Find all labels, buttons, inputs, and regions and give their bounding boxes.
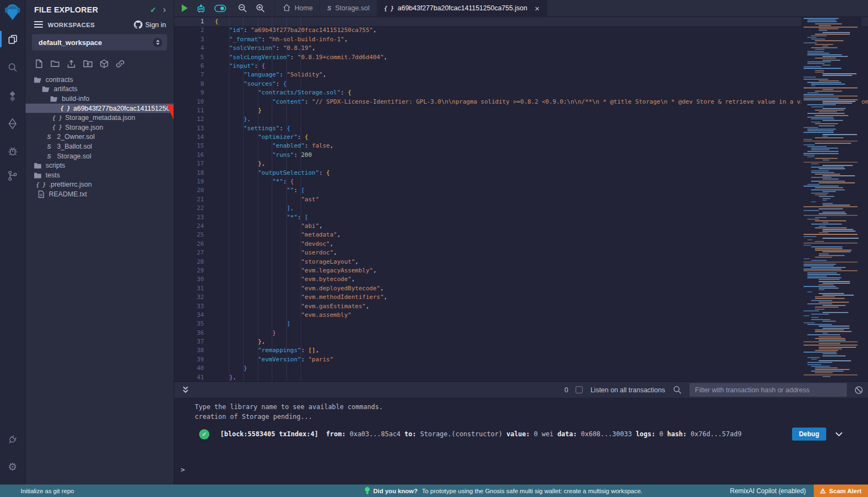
- tree-item-label: a69b43f277ba20fcac141151250ca7...: [73, 105, 174, 112]
- minimap-line: [819, 281, 850, 282]
- listen-all-transactions-checkbox[interactable]: [576, 386, 583, 393]
- line-number: 6: [174, 62, 204, 71]
- upload-file-icon[interactable]: [67, 60, 76, 68]
- new-folder-icon[interactable]: [50, 60, 60, 68]
- minimap-line: [819, 326, 850, 327]
- terminal-header: 0 Listen on all transactions: [174, 381, 868, 398]
- sidebar-item-settings[interactable]: ⚙: [0, 457, 25, 476]
- editor-tab[interactable]: Home: [275, 0, 320, 16]
- zoom-in-icon[interactable]: [256, 3, 265, 13]
- link-icon[interactable]: [116, 59, 125, 68]
- minimap-line: [811, 106, 824, 107]
- code-line: 29 "evm.legacyAssembly",: [174, 266, 868, 275]
- minimap-line: [811, 85, 815, 86]
- minimap-line: [807, 21, 837, 22]
- terminal[interactable]: Type the library name to see available c…: [174, 398, 868, 485]
- minimap-line: [807, 61, 831, 62]
- remix-logo[interactable]: [4, 3, 21, 23]
- terminal-log: Type the library name to see available c…: [195, 403, 383, 422]
- clear-filter-ban-icon[interactable]: [854, 386, 863, 394]
- minimap-line: [815, 158, 838, 159]
- cube-icon[interactable]: [100, 59, 108, 68]
- hamburger-menu-icon[interactable]: [34, 21, 43, 28]
- tree-item[interactable]: artifacts: [25, 85, 174, 94]
- editor-area: HomeSStorage.sol{ }a69b43f277ba20fcac141…: [174, 0, 868, 485]
- minimap[interactable]: [801, 16, 861, 381]
- debug-button[interactable]: Debug: [792, 428, 826, 441]
- sidebar-item-debugger[interactable]: [0, 142, 25, 160]
- tree-item[interactable]: tests: [25, 170, 174, 180]
- terminal-prompt[interactable]: >: [181, 466, 185, 474]
- expand-terminal-icon[interactable]: [182, 386, 189, 394]
- workspace-select[interactable]: default_workspace: [32, 34, 167, 50]
- transaction-filter-input[interactable]: [690, 383, 847, 397]
- toggle-icon[interactable]: [214, 4, 226, 12]
- close-tab-icon[interactable]: ×: [535, 4, 540, 12]
- transaction-log-entry[interactable]: ✓ [block:5583405 txIndex:4] from: 0xa03.…: [199, 428, 843, 441]
- minimap-line: [807, 272, 837, 273]
- scam-alert-button[interactable]: ⚠ Scam Alert: [814, 485, 868, 497]
- minimap-line: [815, 49, 825, 50]
- upload-folder-icon[interactable]: [83, 60, 93, 68]
- code-line: 15 "enabled": false,: [174, 142, 868, 150]
- minimap-line: [803, 341, 858, 342]
- workspace-name: default_workspace: [39, 39, 102, 47]
- minimap-line: [803, 99, 858, 100]
- minimap-line: [822, 295, 854, 296]
- line-number: 41: [174, 373, 204, 381]
- editor-tab[interactable]: SStorage.sol: [320, 0, 377, 16]
- remixai-robot-icon[interactable]: [196, 3, 206, 14]
- line-number: 28: [174, 258, 204, 266]
- tree-item[interactable]: S2_Owner.sol: [25, 132, 174, 142]
- tree-item[interactable]: scripts: [25, 161, 174, 170]
- sidebar-item-solidity-compiler[interactable]: [0, 87, 25, 106]
- sign-in-button[interactable]: Sign in: [133, 20, 166, 29]
- folder-icon: [34, 162, 42, 169]
- sidebar-item-git[interactable]: [0, 167, 25, 185]
- editor-tab[interactable]: { }a69b43f277ba20fcac141151250ca755.json…: [377, 0, 547, 16]
- status-bar-right: RemixAI Copilot (enabled) ⚠ Scam Alert: [730, 485, 868, 497]
- minimap-line: [822, 333, 828, 334]
- minimap-line: [811, 177, 832, 178]
- tree-item[interactable]: README.txt: [25, 189, 174, 199]
- sidebar-item-search[interactable]: [0, 58, 25, 77]
- minimap-line: [807, 303, 832, 304]
- tree-item[interactable]: { }Storage_metadata.json: [25, 113, 174, 123]
- tree-item[interactable]: contracts: [25, 75, 174, 85]
- sidebar-item-plugin-manager[interactable]: [0, 430, 25, 449]
- minimap-line: [815, 350, 838, 351]
- git-init-status[interactable]: Initialize as git repo: [21, 488, 74, 494]
- tree-item[interactable]: { }.prettierrc.json: [25, 180, 174, 190]
- minimap-line: [811, 170, 829, 171]
- code-editor[interactable]: 1{2 "id": "a69b43f277ba20fcac141151250ca…: [174, 16, 868, 381]
- workspace-select-arrows-icon: [153, 38, 162, 47]
- minimap-line: [819, 288, 839, 289]
- tree-item[interactable]: { }a69b43f277ba20fcac141151250ca7...: [25, 104, 174, 113]
- did-you-know-tip: Did you know? To prototype using the Gno…: [365, 487, 642, 495]
- tree-item[interactable]: { }Storage.json: [25, 123, 174, 132]
- tree-item[interactable]: S3_Ballot.sol: [25, 142, 174, 151]
- chevron-down-icon[interactable]: [835, 431, 843, 437]
- minimap-line: [822, 165, 853, 166]
- minimap-line: [819, 25, 831, 26]
- minimap-line: [815, 72, 824, 73]
- code-line: 2 "id": "a69b43f277ba20fcac141151250ca75…: [174, 26, 868, 35]
- tree-item[interactable]: build-info: [25, 94, 174, 104]
- zoom-out-icon[interactable]: [238, 3, 247, 13]
- minimap-line: [819, 196, 834, 197]
- copilot-status[interactable]: RemixAI Copilot (enabled): [730, 487, 806, 495]
- sidebar-item-file-explorer[interactable]: [0, 30, 25, 48]
- minimap-line: [803, 98, 839, 99]
- minimap-line: [811, 181, 845, 182]
- run-script-icon[interactable]: [182, 4, 188, 12]
- code-line: 11 }: [174, 106, 868, 115]
- minimap-line: [811, 39, 825, 40]
- chevron-right-icon[interactable]: ›: [163, 5, 166, 14]
- tree-item[interactable]: SStorage.sol: [25, 151, 174, 161]
- new-file-icon[interactable]: [35, 59, 43, 68]
- minimap-line: [811, 193, 828, 194]
- minimap-line: [807, 113, 845, 114]
- code-line: 38 "remappings": [],: [174, 346, 868, 355]
- sidebar-item-deploy-and-run[interactable]: [0, 114, 25, 133]
- json-icon: { }: [61, 105, 69, 111]
